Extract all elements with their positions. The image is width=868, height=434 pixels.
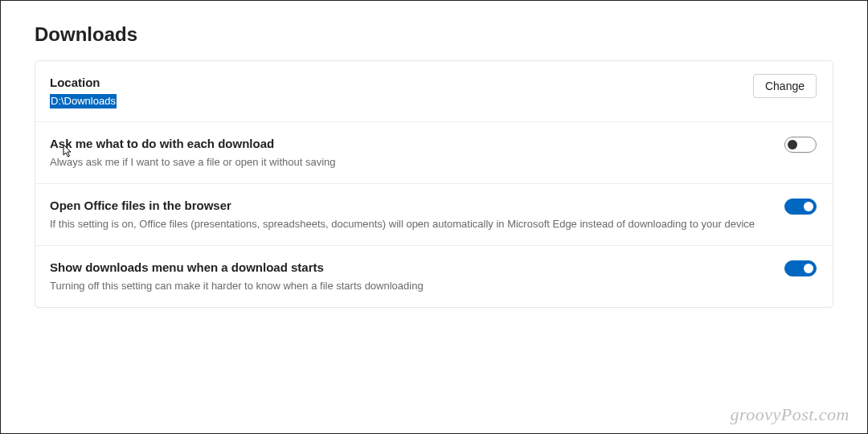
change-location-button[interactable]: Change	[753, 74, 817, 98]
downloads-card: Location D:\Downloads Change Ask me what…	[35, 60, 833, 308]
location-row: Location D:\Downloads Change	[35, 61, 833, 122]
setting-desc: Always ask me if I want to save a file o…	[50, 155, 768, 170]
setting-title: Show downloads menu when a download star…	[50, 259, 768, 276]
toggle-show-downloads-menu[interactable]	[784, 260, 817, 276]
watermark: groovyPost.com	[730, 404, 850, 425]
setting-desc: Turning off this setting can make it har…	[50, 279, 768, 294]
setting-desc: If this setting is on, Office files (pre…	[50, 217, 768, 232]
location-label: Location	[50, 74, 737, 91]
setting-row-office: Open Office files in the browser If this…	[35, 184, 833, 246]
setting-row-ask: Ask me what to do with each download Alw…	[35, 122, 833, 184]
setting-title: Ask me what to do with each download	[50, 135, 768, 152]
setting-title: Open Office files in the browser	[50, 197, 768, 214]
toggle-ask-download[interactable]	[784, 137, 817, 153]
setting-row-show-menu: Show downloads menu when a download star…	[35, 246, 833, 307]
toggle-office-browser[interactable]	[784, 199, 817, 215]
location-path: D:\Downloads	[50, 94, 117, 108]
page-title: Downloads	[35, 23, 833, 46]
